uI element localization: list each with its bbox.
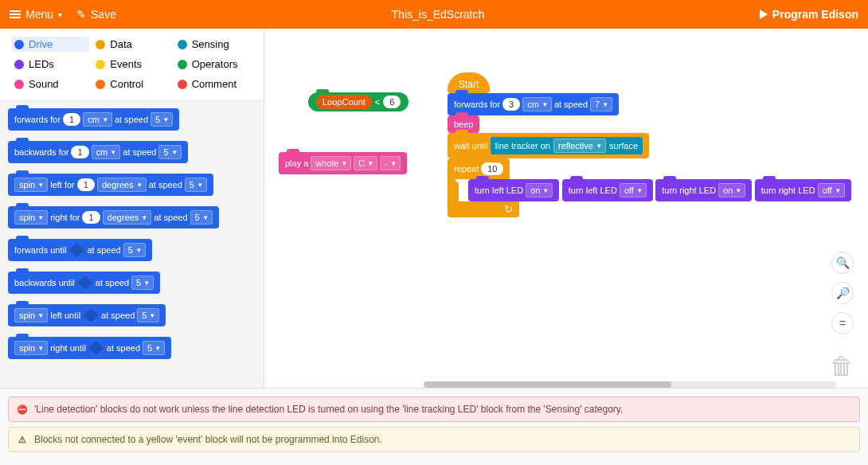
zoom-controls: 🔍 🔎 =	[831, 252, 854, 334]
zoom-out-button[interactable]: 🔎	[831, 282, 854, 304]
category-sound[interactable]: Sound	[11, 76, 89, 92]
category-dot-icon	[96, 60, 105, 69]
warning-message: ⚠ Blocks not connected to a yellow 'even…	[8, 427, 860, 452]
zoom-in-button[interactable]: 🔍	[831, 252, 854, 274]
var-loopcount[interactable]: LoopCount	[316, 95, 372, 109]
trash-icon[interactable]: 🗑	[830, 353, 854, 380]
start-hat[interactable]: Start	[448, 72, 490, 93]
horizontal-scrollbar[interactable]	[424, 381, 836, 388]
pencil-icon: ✎	[76, 8, 86, 21]
block-forwards-until[interactable]: forwards untilat speed5	[8, 239, 152, 261]
category-label: Operators	[192, 58, 238, 70]
script-left-led-off[interactable]: turn left LEDoff	[562, 179, 653, 201]
category-dot-icon	[14, 60, 24, 69]
menu-button[interactable]: Menu ▾	[10, 8, 62, 21]
error-message: ⛔ 'Line detection' blocks do not work un…	[8, 397, 860, 422]
block-spin-left-until[interactable]: spinleft untilat speed5	[8, 304, 166, 326]
left-column: DriveDataSensingLEDsEventsOperatorsSound…	[0, 29, 264, 388]
zoom-reset-button[interactable]: =	[831, 312, 854, 334]
block-spin-right-for[interactable]: spinright for1degreesat speed5	[8, 206, 219, 229]
menu-icon	[10, 10, 21, 18]
script-left-led-on[interactable]: turn left LEDon	[468, 179, 559, 201]
project-title[interactable]: This_is_EdScratch	[116, 8, 760, 21]
program-label: Program Edison	[772, 8, 858, 21]
sensing-reporter[interactable]: line tracker onreflectivesurface	[491, 137, 643, 154]
category-label: Sensing	[192, 38, 229, 50]
block-backwards-for[interactable]: backwards for1cmat speed5	[8, 141, 188, 163]
category-control[interactable]: Control	[92, 76, 170, 92]
warnings-panel: ⛔ 'Line detection' blocks do not work un…	[0, 388, 868, 465]
category-dot-icon	[178, 80, 187, 89]
program-button[interactable]: Program Edison	[760, 8, 858, 21]
caret-down-icon: ▾	[58, 10, 62, 19]
category-drive[interactable]: Drive	[11, 37, 89, 52]
save-button[interactable]: ✎ Save	[76, 8, 116, 21]
script-right-led-on[interactable]: turn right LEDon	[655, 179, 752, 201]
block-forwards-for[interactable]: forwards for1cmat speed5	[8, 108, 179, 131]
script-canvas[interactable]: LoopCount < 6 play awholeC- Start forwar…	[264, 29, 868, 388]
category-dot-icon	[178, 40, 187, 49]
category-grid: DriveDataSensingLEDsEventsOperatorsSound…	[0, 29, 264, 100]
category-label: Comment	[192, 78, 237, 90]
block-palette[interactable]: forwards for1cmat speed5 backwards for1c…	[0, 100, 264, 388]
category-label: Data	[110, 38, 131, 50]
repeat-footer[interactable]	[448, 201, 519, 217]
category-dot-icon	[96, 80, 105, 89]
category-dot-icon	[14, 80, 24, 89]
category-dot-icon	[14, 40, 24, 49]
app-header: Menu ▾ ✎ Save This_is_EdScratch Program …	[0, 0, 868, 29]
warning-icon: ⚠	[17, 434, 28, 445]
category-label: Events	[110, 58, 142, 70]
category-label: Control	[110, 78, 143, 90]
category-leds[interactable]: LEDs	[11, 57, 89, 72]
script-forwards-for[interactable]: forwards for3cmat speed7	[448, 93, 619, 115]
block-backwards-until[interactable]: backwards untilat speed5	[8, 272, 160, 294]
script-right-led-off[interactable]: turn right LEDoff	[755, 179, 851, 201]
category-sensing[interactable]: Sensing	[174, 37, 252, 52]
menu-label: Menu	[25, 8, 53, 21]
category-data[interactable]: Data	[92, 37, 170, 52]
main-area: DriveDataSensingLEDsEventsOperatorsSound…	[0, 29, 868, 388]
loose-operator-block[interactable]: LoopCount < 6	[308, 92, 409, 111]
block-spin-left-for[interactable]: spinleft for1degreesat speed5	[8, 174, 213, 196]
category-operators[interactable]: Operators	[174, 57, 252, 72]
loose-sound-block[interactable]: play awholeC-	[279, 152, 407, 185]
main-script[interactable]: Start forwards for3cmat speed7 beep wait…	[448, 72, 851, 217]
category-dot-icon	[178, 60, 187, 69]
category-comment[interactable]: Comment	[174, 76, 252, 92]
category-dot-icon	[96, 40, 105, 49]
script-wait-until[interactable]: wait until line tracker onreflectivesurf…	[448, 133, 649, 158]
block-spin-right-until[interactable]: spinright untilat speed5	[8, 337, 171, 359]
category-label: LEDs	[29, 58, 54, 70]
play-icon	[760, 10, 768, 19]
save-label: Save	[91, 8, 116, 21]
category-label: Drive	[29, 38, 53, 50]
repeat-body: turn left LEDon turn left LEDoff turn ri…	[448, 179, 851, 201]
category-events[interactable]: Events	[92, 57, 170, 72]
category-label: Sound	[29, 78, 59, 90]
error-icon: ⛔	[17, 404, 28, 415]
